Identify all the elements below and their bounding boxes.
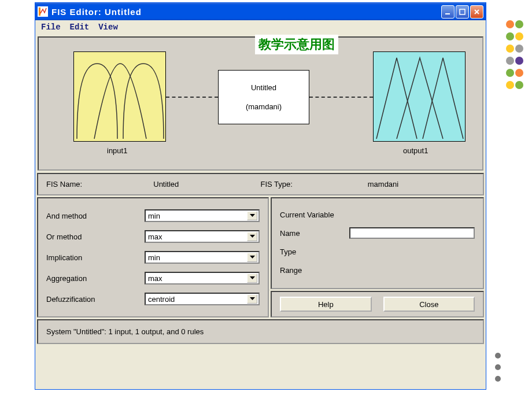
chevron-down-icon: [247, 294, 257, 304]
svg-rect-1: [39, 8, 40, 16]
help-button[interactable]: Help: [280, 297, 372, 312]
fis-rule-box[interactable]: Untitled (mamdani): [218, 70, 309, 124]
or-method-dropdown[interactable]: max: [145, 230, 260, 243]
defuzzification-label: Defuzzification: [46, 295, 145, 304]
fis-type-value: mamdani: [368, 180, 475, 189]
aggregation-label: Aggregation: [46, 274, 145, 283]
titlebar[interactable]: FIS Editor: Untitled: [35, 3, 486, 20]
fis-editor-window: FIS Editor: Untitled File Edit View 教学示意…: [35, 2, 486, 390]
input-variable-box[interactable]: [73, 51, 166, 142]
fis-name-label: FIS Name:: [46, 180, 153, 189]
current-variable-panel: Current Variable Name Type Range: [271, 197, 484, 289]
svg-rect-2: [445, 13, 450, 14]
window-title: FIS Editor: Untitled: [51, 7, 441, 17]
cv-name-input[interactable]: [349, 227, 475, 239]
chevron-down-icon: [247, 232, 257, 241]
implication-dropdown[interactable]: min: [145, 251, 260, 264]
fis-info-panel: FIS Name: Untitled FIS Type: mamdani: [37, 173, 484, 195]
current-variable-title: Current Variable: [280, 205, 475, 224]
minimize-button[interactable]: [441, 5, 455, 19]
maximize-button[interactable]: [456, 5, 469, 19]
svg-rect-3: [460, 9, 465, 14]
menu-edit[interactable]: Edit: [70, 23, 90, 32]
fis-name-value: Untitled: [153, 180, 260, 189]
and-method-label: And method: [46, 212, 145, 220]
workspace: input1 Untitled (mamdani) output1: [38, 36, 483, 171]
chevron-down-icon: [247, 274, 257, 283]
or-method-label: Or method: [46, 232, 145, 241]
cv-name-label: Name: [280, 229, 349, 238]
connector-line: [166, 97, 218, 98]
chevron-down-icon: [247, 253, 257, 262]
output-variable-box[interactable]: [373, 51, 466, 142]
fis-type-label: FIS Type:: [261, 180, 368, 189]
fis-type-text: (mamdani): [246, 102, 282, 111]
input-label: input1: [107, 146, 127, 155]
button-panel: Help Close: [271, 291, 484, 317]
teaching-overlay-label: 教学示意用图: [255, 35, 338, 54]
lower-grid: And method min Or method max Implication…: [37, 197, 484, 317]
decorative-dots: [505, 20, 524, 93]
close-button[interactable]: [470, 5, 483, 19]
diagram-area: input1 Untitled (mamdani) output1: [39, 38, 482, 169]
aggregation-dropdown[interactable]: max: [145, 272, 260, 285]
menu-file[interactable]: File: [41, 23, 61, 32]
and-method-dropdown[interactable]: min: [145, 209, 260, 222]
membership-triangles-icon: [374, 52, 466, 142]
right-column: Current Variable Name Type Range Help Cl…: [271, 197, 484, 317]
chevron-down-icon: [247, 211, 257, 220]
membership-curves-icon: [74, 52, 167, 142]
decorative-side-dots: [495, 347, 501, 387]
defuzzification-dropdown[interactable]: centroid: [145, 293, 260, 305]
menubar: File Edit View: [35, 20, 486, 34]
cv-range-label: Range: [280, 266, 349, 275]
cv-type-label: Type: [280, 247, 349, 256]
status-bar: System "Untitled": 1 input, 1 output, an…: [37, 319, 484, 344]
methods-panel: And method min Or method max Implication…: [37, 197, 269, 317]
implication-label: Implication: [46, 253, 145, 262]
menu-view[interactable]: View: [98, 23, 118, 32]
connector-line: [309, 97, 373, 98]
app-icon: [38, 6, 48, 17]
output-label: output1: [403, 146, 428, 155]
close-button-panel[interactable]: Close: [383, 297, 475, 312]
window-controls: [441, 5, 483, 19]
fis-name-text: Untitled: [251, 83, 276, 92]
